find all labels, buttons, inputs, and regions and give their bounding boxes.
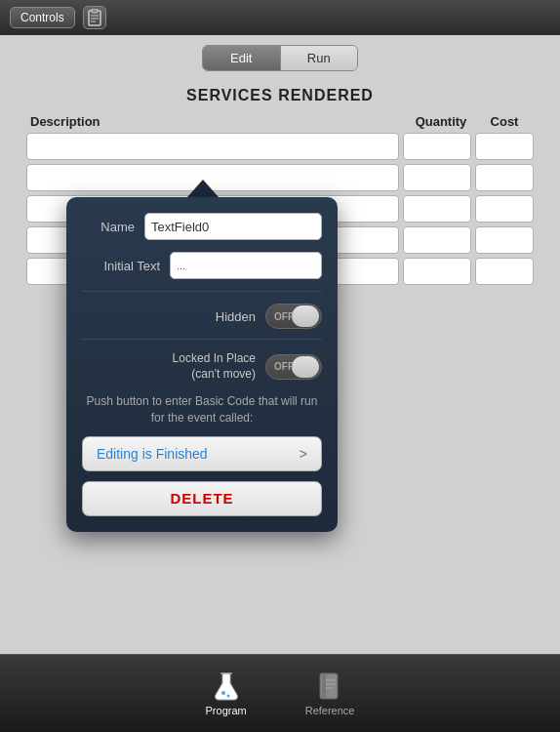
toggle-off-text: OFF (274, 311, 294, 322)
delete-btn-label: DELETE (170, 490, 233, 507)
locked-toggle-knob (292, 356, 319, 378)
popup-arrow (187, 180, 219, 197)
clipboard-icon[interactable] (83, 6, 106, 29)
popup-initial-text-input[interactable]: ... (170, 252, 322, 279)
editing-btn-arrow: > (300, 446, 307, 462)
controls-button[interactable]: Controls (10, 7, 75, 28)
popup-panel: Name Initial Text ... Hidden OFF (66, 197, 338, 532)
hidden-toggle[interactable]: OFF (265, 304, 322, 329)
popup-name-row: Name (82, 213, 322, 240)
editing-finished-button[interactable]: Editing is Finished > (82, 436, 322, 471)
top-bar: Controls (0, 0, 560, 35)
popup-locked-row: Locked In Place(can't move) OFF (82, 351, 322, 382)
svg-point-7 (226, 694, 229, 697)
editing-btn-label: Editing is Finished (97, 446, 208, 462)
toggle-knob (292, 305, 319, 327)
locked-toggle[interactable]: OFF (265, 354, 322, 380)
main-content: Edit Run SERVICES RENDERED Description Q… (0, 35, 560, 689)
svg-rect-1 (92, 9, 98, 13)
locked-toggle-off-text: OFF (274, 361, 294, 372)
popup-divider-1 (82, 291, 322, 292)
popup-name-input[interactable] (144, 213, 322, 240)
svg-point-6 (221, 691, 225, 695)
popup-initial-text-label: Initial Text (82, 259, 170, 273)
tab-program-label: Program (206, 705, 247, 716)
popup-hidden-label: Hidden (82, 309, 265, 324)
push-info-text: Push button to enter Basic Code that wil… (82, 393, 322, 427)
tab-reference-label: Reference (305, 705, 355, 716)
popup-initial-text-row: Initial Text ... (82, 252, 322, 279)
popup-hidden-row: Hidden OFF (82, 304, 322, 329)
popup-overlay: Name Initial Text ... Hidden OFF (0, 35, 560, 689)
delete-button[interactable]: DELETE (82, 481, 322, 516)
popup-name-label: Name (82, 220, 144, 234)
popup-locked-label: Locked In Place(can't move) (82, 351, 265, 382)
popup-divider-2 (82, 339, 322, 340)
initial-text-dots: ... (177, 260, 185, 271)
